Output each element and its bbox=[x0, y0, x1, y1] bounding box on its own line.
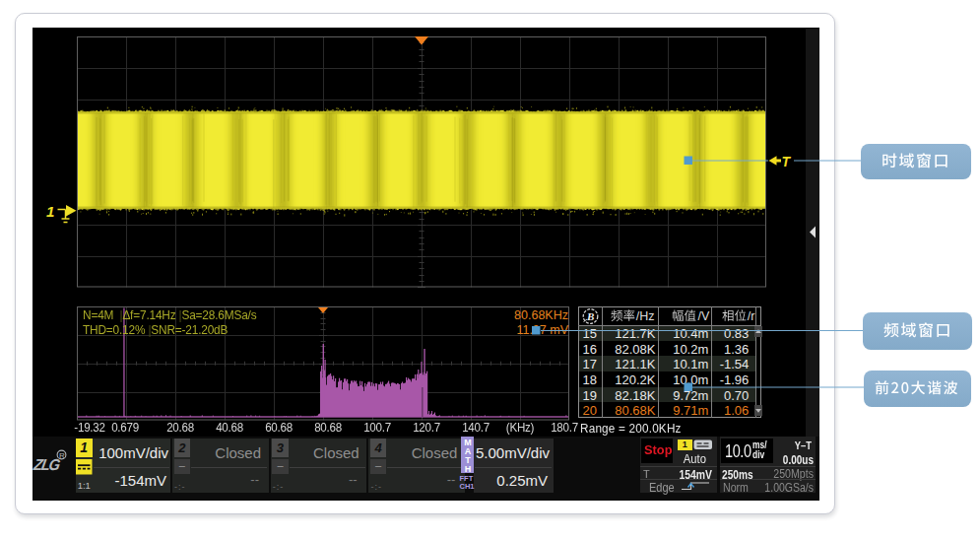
svg-text:R: R bbox=[59, 451, 65, 460]
svg-text:T: T bbox=[782, 154, 792, 169]
svg-text:1: 1 bbox=[46, 203, 54, 220]
svg-text:H: H bbox=[464, 464, 471, 473]
